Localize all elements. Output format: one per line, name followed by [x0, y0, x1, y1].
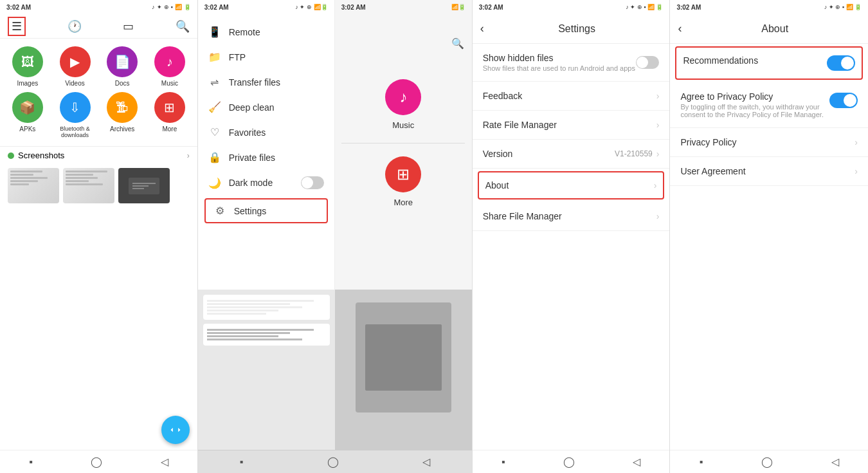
menu-settings[interactable]: ⚙ Settings [204, 198, 328, 223]
app-music[interactable]: ♪ Music [149, 46, 191, 87]
ftp-icon: 📁 [208, 51, 221, 63]
nav-square-4[interactable]: ▪ [502, 456, 505, 468]
menu-darkmode[interactable]: 🌙 Dark mode [198, 170, 334, 196]
fab-button-1[interactable] [161, 416, 190, 444]
menu-button[interactable]: ☰ [8, 17, 26, 36]
more-circle-icon: ⊞ [385, 156, 421, 192]
transfer-icon: ⇌ [208, 76, 221, 88]
about-recommendations[interactable]: Recommendations [675, 46, 863, 80]
docs-label: Docs [115, 80, 130, 87]
mini-preview-2 [203, 324, 330, 346]
videos-label: Videos [65, 80, 84, 87]
settings-label: Settings [234, 206, 267, 216]
time-2: 3:02 AM [204, 4, 229, 11]
app-docs[interactable]: 📄 Docs [101, 46, 143, 87]
settings-hidden-files[interactable]: Show hidden files Show files that are us… [473, 44, 670, 82]
menu-deepclean[interactable]: 🧹 Deep clean [198, 95, 334, 120]
more-section[interactable]: ⊞ More [385, 156, 421, 207]
bottom-half: ▪ ◯ ◁ [198, 290, 472, 473]
search-button[interactable]: 🔍 [176, 19, 190, 33]
status-bar-1: 3:02 AM ♪ ✦ ⊕ ▪ 📶 🔋 [0, 0, 197, 14]
app-archives[interactable]: 🗜 Archives [101, 92, 143, 138]
hidden-files-toggle[interactable] [636, 56, 659, 69]
menu-remote[interactable]: 📱 Remote [198, 19, 334, 44]
nav-back-4[interactable]: ◁ [633, 456, 640, 468]
menu-transfer[interactable]: ⇌ Transfer files [198, 70, 334, 95]
menu-ftp[interactable]: 📁 FTP [198, 44, 334, 70]
nav-circle-4[interactable]: ◯ [563, 456, 575, 468]
search-icon-3[interactable]: 🔍 [451, 37, 464, 50]
about-user-agreement[interactable]: User Agreement › [670, 157, 868, 186]
nav-back-5[interactable]: ◁ [831, 456, 839, 468]
private-label: Private files [229, 153, 275, 163]
time-5: 3:02 AM [676, 4, 701, 11]
version-chevron-icon: › [656, 149, 660, 159]
thumb-2[interactable] [63, 168, 114, 203]
about-privacy-policy[interactable]: Privacy Policy › [670, 128, 868, 157]
transfer-label: Transfer files [229, 77, 280, 88]
phone-panel-2: 3:02 AM ♪ ✦ ⊕ 📶🔋 📱 Remote 📁 FTP [198, 0, 335, 290]
back-button-4[interactable]: ‹ [480, 22, 484, 35]
settings-about[interactable]: About › [478, 171, 665, 199]
deepclean-icon: 🧹 [208, 101, 221, 113]
music-section[interactable]: ♪ Music [385, 66, 421, 130]
privacy-toggle[interactable] [829, 93, 858, 108]
user-agreement-chevron: › [854, 166, 858, 176]
screenshots-title-group: Screenshots [8, 151, 64, 160]
bottom-nav-4: ▪ ◯ ◁ [473, 450, 670, 473]
nav-circle-1[interactable]: ◯ [91, 456, 102, 468]
time-4: 3:02 AM [479, 4, 503, 11]
time-1: 3:02 AM [6, 4, 31, 11]
user-agreement-title: User Agreement [680, 166, 854, 176]
section-divider [341, 143, 465, 144]
phone-panel-4: 3:02 AM ♪ ✦ ⊕ ▪ 📶 🔋 ‹ Settings Show hidd… [473, 0, 671, 473]
nav-circle-5[interactable]: ◯ [761, 456, 773, 468]
menu-favorites[interactable]: ♡ Favorites [198, 120, 334, 145]
thumb-1[interactable] [8, 168, 59, 203]
nav-circle-2[interactable]: ◯ [327, 456, 339, 468]
about-title: About [485, 180, 654, 190]
hidden-files-title: Show hidden files [483, 53, 637, 63]
recommendations-toggle-thumb [841, 57, 854, 70]
nav-back-1[interactable]: ◁ [161, 456, 168, 468]
feedback-chevron-icon: › [656, 91, 660, 101]
folder-button[interactable]: ▭ [123, 19, 134, 33]
music-section-label: Music [392, 120, 414, 130]
thumb-3[interactable] [118, 168, 170, 203]
settings-version[interactable]: Version V1-210559 › [473, 140, 670, 169]
settings-rate[interactable]: Rate File Manager › [473, 111, 670, 140]
app-more[interactable]: ⊞ More [149, 92, 191, 138]
bottom-nav-5: ▪ ◯ ◁ [670, 450, 868, 473]
app-images[interactable]: 🖼 Images [6, 46, 49, 87]
dark-mode-toggle[interactable] [301, 176, 324, 189]
app-videos[interactable]: ▶ Videos [54, 46, 96, 87]
version-title: Version [483, 149, 615, 159]
feedback-title: Feedback [483, 91, 656, 101]
about-page-title: About [689, 23, 860, 35]
nav-back-2[interactable]: ◁ [422, 456, 430, 468]
screenshots-section-header[interactable]: Screenshots › [0, 146, 197, 164]
recommendations-toggle[interactable] [827, 55, 855, 71]
toggle-track[interactable] [301, 176, 324, 189]
privacy-policy-chevron: › [854, 137, 858, 147]
menu-private[interactable]: 🔒 Private files [198, 145, 334, 170]
nav-square-1[interactable]: ▪ [29, 456, 33, 468]
back-button-5[interactable]: ‹ [678, 22, 682, 35]
ftp-label: FTP [229, 52, 246, 62]
privacy-agree-title: Agree to Privacy Policy [680, 91, 829, 102]
nav-square-2[interactable]: ▪ [240, 456, 244, 468]
app-bluetooth[interactable]: ⇩ Bluetooth &downloads [54, 92, 96, 138]
app-apks[interactable]: 📦 APKs [6, 92, 49, 138]
app-grid: 🖼 Images ▶ Videos 📄 Docs ♪ Music 📦 APKs … [0, 39, 197, 146]
docs-icon: 📄 [107, 46, 138, 77]
history-button[interactable]: 🕐 [68, 19, 82, 33]
about-privacy-agree[interactable]: Agree to Privacy Policy By toggling off … [670, 82, 868, 128]
settings-share[interactable]: Share File Manager › [473, 202, 670, 231]
music-icon: ♪ [154, 46, 185, 77]
settings-feedback[interactable]: Feedback › [473, 82, 670, 111]
hidden-toggle-thumb [637, 57, 648, 68]
status-bar-2: 3:02 AM ♪ ✦ ⊕ 📶🔋 [198, 0, 334, 14]
menu-list: 📱 Remote 📁 FTP ⇌ Transfer files 🧹 Deep c… [198, 14, 334, 231]
nav-square-5[interactable]: ▪ [700, 456, 703, 468]
phone-panel-1: 3:02 AM ♪ ✦ ⊕ ▪ 📶 🔋 ☰ 🕐 ▭ 🔍 🖼 Images ▶ V… [0, 0, 198, 473]
